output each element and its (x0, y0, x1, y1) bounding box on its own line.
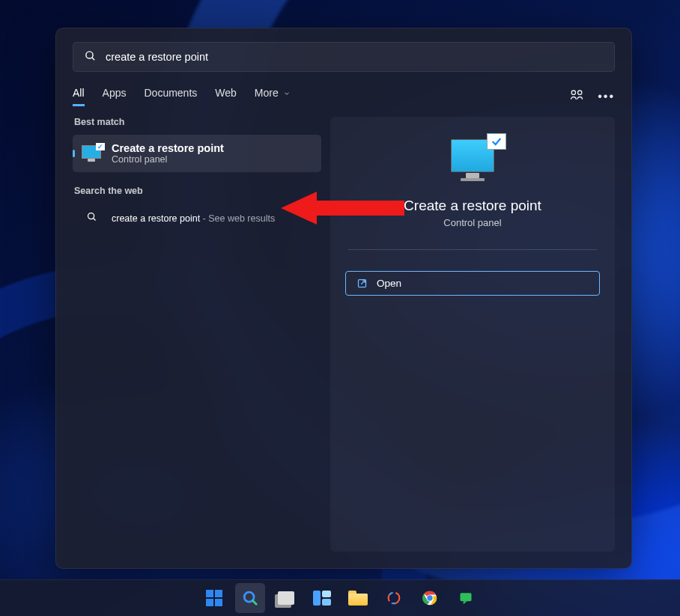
tab-all[interactable]: All (73, 87, 85, 106)
svg-point-2 (571, 91, 575, 94)
windows-logo-icon (206, 590, 222, 606)
detail-title: Create a restore point (345, 198, 600, 214)
search-web-label: Search the web (74, 186, 321, 196)
control-panel-icon (451, 139, 494, 172)
tab-apps[interactable]: Apps (103, 87, 127, 106)
result-details-pane: Create a restore point Control panel Ope… (330, 117, 615, 552)
taskbar-search-button[interactable] (235, 583, 265, 613)
taskbar-app-2[interactable] (451, 583, 481, 613)
svg-line-1 (92, 57, 94, 59)
detail-subtitle: Control panel (345, 217, 600, 228)
taskbar-app-1[interactable] (379, 583, 409, 613)
svg-point-3 (578, 91, 582, 94)
taskbar-chrome[interactable] (415, 583, 445, 613)
taskbar-taskview-button[interactable] (271, 583, 301, 613)
chevron-down-icon (283, 90, 291, 97)
control-panel-icon: ✓ (82, 145, 101, 162)
svg-point-4 (88, 213, 94, 219)
taskbar (0, 579, 680, 616)
svg-line-5 (93, 219, 95, 221)
tab-web[interactable]: Web (215, 87, 237, 106)
search-input[interactable] (104, 50, 604, 64)
best-match-label: Best match (74, 117, 321, 127)
chrome-icon (422, 590, 438, 606)
web-result-text: create a restore point - See web results (112, 213, 275, 224)
svg-point-0 (86, 51, 93, 58)
result-source: Control panel (112, 154, 224, 165)
taskbar-file-explorer[interactable] (343, 583, 373, 613)
filter-tabs-row: All Apps Documents Web More ••• (73, 87, 615, 106)
taskview-icon (278, 591, 294, 605)
start-search-panel: All Apps Documents Web More ••• Best mat… (55, 28, 632, 569)
tab-documents[interactable]: Documents (144, 87, 197, 106)
more-options-icon[interactable]: ••• (598, 90, 615, 103)
results-list: Best match ✓ Create a restore point Cont… (73, 117, 321, 552)
chevron-right-icon (303, 212, 312, 225)
quick-settings-icon[interactable] (569, 88, 584, 105)
start-button[interactable] (199, 583, 229, 613)
widgets-icon (313, 591, 331, 606)
divider (348, 249, 597, 250)
search-icon (84, 49, 97, 65)
svg-rect-14 (461, 593, 472, 601)
result-create-restore-point[interactable]: ✓ Create a restore point Control panel (73, 135, 321, 172)
search-icon (82, 211, 101, 225)
svg-line-9 (252, 600, 256, 604)
folder-icon (348, 591, 368, 606)
search-box[interactable] (73, 42, 615, 72)
tab-more[interactable]: More (255, 87, 291, 106)
svg-point-13 (427, 595, 432, 600)
circle-app-icon (386, 590, 402, 606)
svg-marker-15 (464, 601, 467, 604)
search-icon (242, 590, 258, 606)
taskbar-widgets-button[interactable] (307, 583, 337, 613)
open-button[interactable]: Open (345, 271, 600, 296)
open-external-icon (356, 278, 368, 289)
chat-app-icon (458, 591, 473, 606)
result-title: Create a restore point (112, 142, 224, 154)
web-result-row[interactable]: create a restore point - See web results (73, 204, 321, 233)
